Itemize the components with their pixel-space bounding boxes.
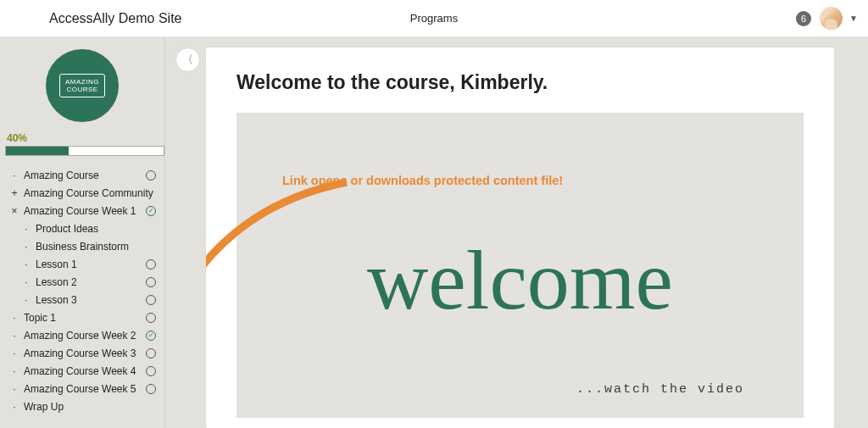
sidebar-item-amazing-course-week-4[interactable]: ·Amazing Course Week 4 bbox=[7, 362, 161, 380]
progress-bar bbox=[5, 146, 164, 156]
empty-circle-icon bbox=[146, 366, 156, 376]
site-brand: AccessAlly Demo Site bbox=[49, 11, 182, 26]
sidebar-item-amazing-course-week-2[interactable]: ·Amazing Course Week 2✓ bbox=[7, 326, 161, 344]
nav-marker-icon: · bbox=[10, 365, 19, 377]
nav-marker-icon: · bbox=[10, 383, 19, 395]
progress-percent-label: 40% bbox=[7, 132, 164, 144]
sidebar-item-product-ideas[interactable]: ·Product Ideas bbox=[19, 220, 161, 237]
sidebar-item-label: Amazing Course Week 3 bbox=[24, 347, 141, 359]
nav-marker-icon: · bbox=[22, 276, 31, 288]
sidebar-item-label: Lesson 2 bbox=[36, 276, 141, 288]
sidebar-item-amazing-course[interactable]: ·Amazing Course bbox=[7, 166, 161, 184]
nav-marker-icon: × bbox=[10, 205, 19, 217]
badge-line1: AMAZING bbox=[65, 78, 99, 86]
nav-marker-icon: · bbox=[10, 312, 19, 324]
empty-circle-icon bbox=[146, 313, 156, 323]
sidebar-item-label: Amazing Course Community bbox=[24, 187, 158, 199]
avatar[interactable] bbox=[820, 7, 843, 30]
nav-marker-icon: · bbox=[22, 223, 31, 235]
chevron-down-icon[interactable]: ▼ bbox=[849, 14, 858, 23]
sidebar-item-label: Amazing Course Week 4 bbox=[24, 365, 141, 377]
nav-marker-icon: · bbox=[22, 258, 31, 270]
empty-circle-icon bbox=[146, 384, 156, 394]
check-circle-icon: ✓ bbox=[146, 206, 156, 216]
empty-circle-icon bbox=[146, 170, 156, 181]
sidebar-item-label: Amazing Course Week 5 bbox=[24, 383, 141, 395]
nav-marker-icon: · bbox=[22, 241, 31, 253]
course-badge: AMAZING COURSE bbox=[46, 49, 119, 122]
sidebar-item-label: Business Brainstorm bbox=[36, 241, 158, 253]
sidebar-item-label: Amazing Course bbox=[24, 170, 141, 181]
main-area: 〈 Welcome to the course, Kimberly. Link … bbox=[165, 37, 868, 428]
sidebar-item-label: Amazing Course Week 1 bbox=[24, 205, 141, 217]
sidebar-item-business-brainstorm[interactable]: ·Business Brainstorm bbox=[19, 237, 161, 255]
sidebar-item-label: Lesson 3 bbox=[36, 294, 141, 306]
sidebar: AMAZING COURSE 40% ·Amazing Course+Amazi… bbox=[0, 37, 165, 428]
collapse-sidebar-button[interactable]: 〈 bbox=[175, 47, 200, 72]
watch-video-caption: ...watch the video bbox=[576, 382, 744, 397]
nav-marker-icon: · bbox=[22, 294, 31, 306]
sidebar-item-topic-1[interactable]: ·Topic 1 bbox=[7, 308, 161, 326]
nav-marker-icon: · bbox=[10, 347, 19, 359]
sidebar-item-wrap-up[interactable]: ·Wrap Up bbox=[7, 397, 161, 415]
welcome-script-text: welcome bbox=[367, 238, 673, 323]
course-nav: ·Amazing Course+Amazing Course Community… bbox=[0, 166, 164, 420]
sidebar-item-amazing-course-week-5[interactable]: ·Amazing Course Week 5 bbox=[7, 380, 161, 397]
sidebar-item-label: Lesson 1 bbox=[36, 258, 141, 270]
sidebar-item-amazing-course-week-1[interactable]: ×Amazing Course Week 1✓ bbox=[7, 202, 161, 220]
sidebar-item-amazing-course-community[interactable]: +Amazing Course Community bbox=[7, 184, 161, 202]
sidebar-item-amazing-course-week-3[interactable]: ·Amazing Course Week 3 bbox=[7, 344, 161, 362]
check-circle-icon: ✓ bbox=[146, 331, 156, 341]
empty-circle-icon bbox=[146, 277, 156, 287]
page-title: Welcome to the course, Kimberly. bbox=[236, 71, 804, 94]
sidebar-item-label: Amazing Course Week 2 bbox=[24, 330, 141, 342]
empty-circle-icon bbox=[146, 295, 156, 305]
sidebar-item-label: Wrap Up bbox=[24, 401, 158, 413]
chevron-left-icon: 〈 bbox=[182, 53, 193, 68]
hero-banner: Link opens or downloads protected conten… bbox=[236, 113, 804, 418]
nav-marker-icon: · bbox=[10, 330, 19, 342]
nav-marker-icon: · bbox=[10, 401, 19, 413]
content-card: Welcome to the course, Kimberly. Link op… bbox=[206, 47, 834, 428]
sidebar-item-lesson-3[interactable]: ·Lesson 3 bbox=[19, 291, 161, 308]
nav-marker-icon: + bbox=[10, 187, 19, 199]
sidebar-item-lesson-2[interactable]: ·Lesson 2 bbox=[19, 273, 161, 291]
topbar: AccessAlly Demo Site Programs 6 ▼ bbox=[0, 0, 868, 37]
sidebar-item-lesson-1[interactable]: ·Lesson 1 bbox=[19, 255, 161, 273]
nav-link-programs[interactable]: Programs bbox=[410, 12, 458, 25]
sidebar-item-label: Topic 1 bbox=[24, 312, 141, 324]
empty-circle-icon bbox=[146, 348, 156, 359]
nav-marker-icon: · bbox=[10, 170, 19, 181]
progress-bar-fill bbox=[6, 147, 69, 155]
notification-badge[interactable]: 6 bbox=[796, 11, 811, 26]
annotation-text: Link opens or downloads protected conten… bbox=[282, 174, 563, 187]
sidebar-item-label: Product Ideas bbox=[36, 223, 158, 235]
empty-circle-icon bbox=[146, 259, 156, 270]
badge-line2: COURSE bbox=[65, 86, 99, 93]
